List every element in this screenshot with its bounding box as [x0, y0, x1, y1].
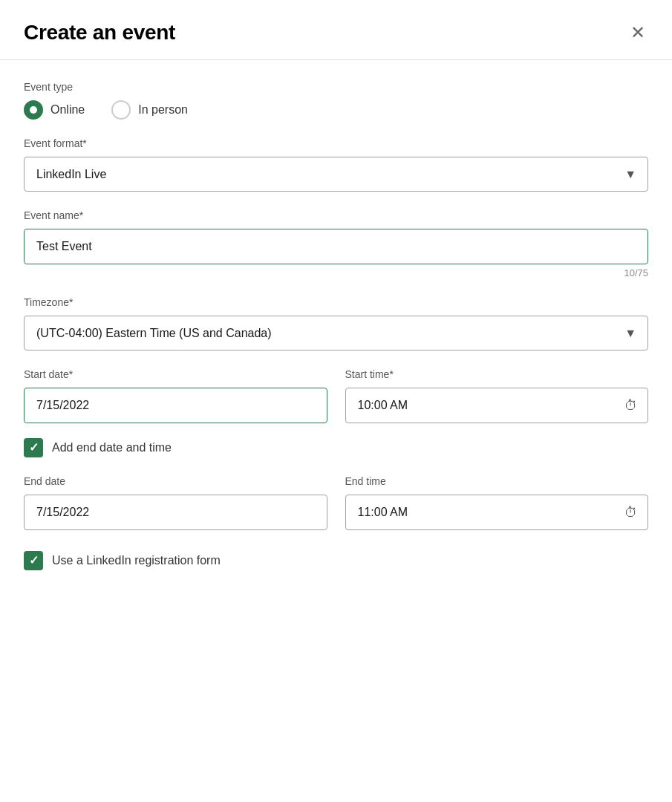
close-icon: ✕ [630, 24, 645, 42]
radio-circle-in-person [111, 100, 131, 120]
end-date-time-row: End date End time ⏱ [24, 475, 648, 530]
modal-header: Create an event ✕ [0, 0, 672, 60]
start-time-group: Start time* ⏱ [345, 368, 649, 423]
end-time-label: End time [345, 475, 649, 487]
event-type-radio-group: Online In person [24, 100, 648, 120]
registration-form-row: ✓ Use a LinkedIn registration form [24, 551, 648, 570]
start-date-time-row: Start date* Start time* ⏱ [24, 368, 648, 423]
add-end-date-label: Add end date and time [52, 441, 172, 454]
add-end-date-row: ✓ Add end date and time [24, 438, 648, 457]
timezone-label: Timezone* [24, 296, 648, 308]
radio-option-in-person[interactable]: In person [111, 100, 188, 120]
create-event-modal: Create an event ✕ Event type Online In p… [0, 0, 672, 802]
timezone-select-wrapper: (UTC-04:00) Eastern Time (US and Canada)… [24, 316, 648, 351]
end-date-group: End date [24, 475, 327, 530]
radio-label-in-person: In person [138, 103, 188, 117]
event-format-select-wrapper: LinkedIn Live Audio Event Virtual Event … [24, 157, 648, 192]
radio-option-online[interactable]: Online [24, 100, 85, 120]
modal-body: Event type Online In person Event format… [0, 60, 672, 609]
end-date-input[interactable] [24, 495, 327, 530]
event-name-label: Event name* [24, 209, 648, 221]
start-date-label: Start date* [24, 368, 327, 380]
event-format-select[interactable]: LinkedIn Live Audio Event Virtual Event [24, 157, 648, 192]
registration-form-checkbox[interactable]: ✓ [24, 551, 43, 570]
add-end-date-checkbox[interactable]: ✓ [24, 438, 43, 457]
start-time-input[interactable] [345, 388, 649, 423]
registration-form-label: Use a LinkedIn registration form [52, 554, 221, 567]
end-time-group: End time ⏱ [345, 475, 649, 530]
radio-circle-online [24, 100, 43, 120]
event-name-char-count: 10/75 [24, 267, 648, 278]
event-type-label: Event type [24, 81, 648, 93]
start-time-label: Start time* [345, 368, 649, 380]
registration-form-checkmark: ✓ [29, 555, 39, 567]
event-format-label: Event format* [24, 137, 648, 149]
modal-title: Create an event [24, 21, 175, 45]
start-date-input[interactable] [24, 388, 327, 423]
event-name-input[interactable] [24, 229, 648, 264]
event-name-group: Event name* 10/75 [24, 209, 648, 278]
start-date-group: Start date* [24, 368, 327, 423]
radio-label-online: Online [50, 103, 85, 117]
add-end-date-checkmark: ✓ [29, 442, 39, 454]
end-time-input[interactable] [345, 495, 649, 530]
timezone-group: Timezone* (UTC-04:00) Eastern Time (US a… [24, 296, 648, 351]
end-date-label: End date [24, 475, 327, 487]
timezone-select[interactable]: (UTC-04:00) Eastern Time (US and Canada)… [24, 316, 648, 351]
end-time-input-wrapper: ⏱ [345, 495, 649, 530]
start-time-input-wrapper: ⏱ [345, 388, 649, 423]
event-type-group: Event type Online In person [24, 81, 648, 120]
close-button[interactable]: ✕ [627, 21, 648, 45]
event-format-group: Event format* LinkedIn Live Audio Event … [24, 137, 648, 192]
